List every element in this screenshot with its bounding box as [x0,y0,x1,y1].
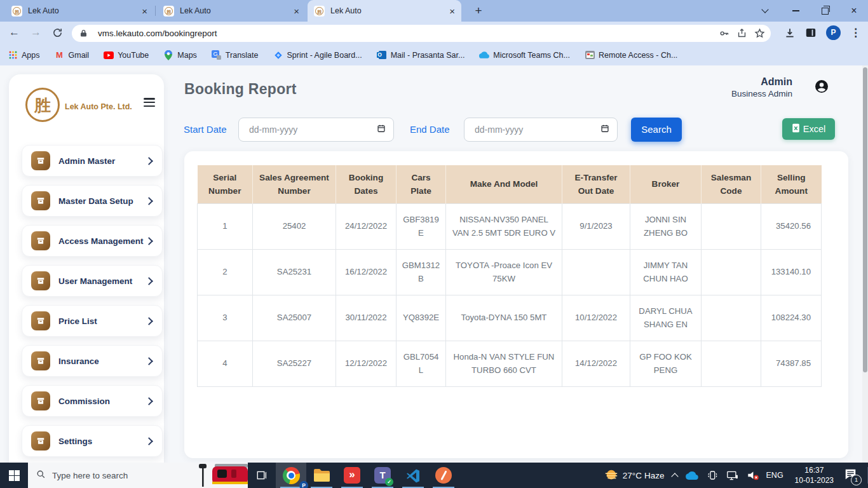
hamburger-menu-icon[interactable] [144,96,155,109]
cloud-icon [479,50,489,60]
sidebar-item-settings[interactable]: Settings [22,425,163,457]
side-panel-icon[interactable] [806,28,816,41]
taskbar-search-box[interactable] [28,463,248,488]
taskbar-teams-icon[interactable]: T✓ [367,463,398,488]
translate-icon: G [212,50,222,60]
excel-export-button[interactable]: Excel [782,118,835,140]
sidebar-item-price-list[interactable]: Price List [22,305,163,337]
search-highlight-train-graphic[interactable] [197,463,248,488]
search-icon [36,470,46,482]
start-button[interactable] [0,463,28,488]
calendar-icon[interactable] [377,124,386,135]
chevron-right-icon [145,317,153,325]
minimize-button[interactable] [782,0,810,22]
user-role: Business Admin [731,89,792,98]
taskbar-search-input[interactable] [51,470,174,481]
table-cell [702,341,761,387]
remote-window-icon [585,50,595,60]
gmail-icon: M [55,50,65,60]
tab-title: Lek Auto [180,6,288,15]
table-cell: GBM1312B [397,250,446,295]
bookmark-star-icon[interactable] [750,28,768,39]
page-scrollbar-thumb[interactable] [863,67,867,372]
address-bar[interactable]: vms.lekauto.com/bookingreport [72,25,771,42]
svg-text:O: O [377,51,382,58]
tray-chevron-up-icon[interactable] [672,472,677,479]
lekauto-logo: 胜 [25,88,60,122]
sidebar-item-master-data-setup[interactable]: Master Data Setup [22,185,163,217]
table-cell: 108224.30 [761,295,822,341]
share-icon[interactable] [733,28,750,39]
bookmark-youtube[interactable]: YouTube [104,50,149,60]
bookmark-maps[interactable]: Maps [163,50,197,60]
bookmark-sprint[interactable]: Sprint - Agile Board... [273,50,362,60]
bookmark-apps[interactable]: Apps [8,50,40,60]
tab-title: Lek Auto [330,6,444,15]
taskbar-vscode-icon[interactable] [398,463,428,488]
sidebar-item-insurance[interactable]: Insurance [22,345,163,377]
bookmark-remote-access[interactable]: Remote Access - Ch... [585,50,677,60]
start-date-input[interactable] [248,124,377,135]
browser-profile-avatar[interactable]: P [826,25,841,40]
key-icon[interactable] [715,28,733,39]
browser-tab-2[interactable]: 胜 Lek Auto × [157,0,306,22]
browser-menu-icon[interactable]: ⋮ [850,26,861,39]
network-icon[interactable] [726,470,738,481]
browser-tab-1[interactable]: 胜 Lek Auto × [5,0,154,22]
table-cell: 35420.56 [761,204,822,250]
sidebar-item-admin-master[interactable]: Admin Master [22,145,163,177]
taskbar-remote-app-icon[interactable]: » [337,463,367,488]
taskbar-orange-pen-app-icon[interactable] [428,463,459,488]
tab-close-icon[interactable]: × [294,6,299,16]
back-icon[interactable]: ← [9,26,20,39]
tab-close-icon[interactable]: × [142,6,147,16]
bookmark-teams[interactable]: Microsoft Teams Ch... [479,50,570,60]
weather-haze-icon[interactable] [604,468,618,482]
tray-date: 10-01-2023 [795,476,834,485]
table-cell: 74387.85 [761,341,822,387]
chevron-right-icon [145,277,153,285]
volume-muted-icon[interactable] [747,470,759,481]
table-cell: GP FOO KOK PENG [630,341,702,387]
page-scrollbar-track[interactable] [862,65,868,463]
download-icon[interactable] [784,27,796,42]
end-date-input[interactable] [473,124,600,135]
search-button[interactable]: Search [631,118,682,142]
tab-separator [155,6,156,16]
bookmark-translate[interactable]: G Translate [212,50,259,60]
restore-button[interactable] [811,0,839,22]
reload-icon[interactable] [52,27,63,41]
browser-tab-3-active[interactable]: 胜 Lek Auto × [308,0,461,22]
calendar-icon[interactable] [600,124,609,135]
tray-condition[interactable]: Haze [644,471,665,480]
table-cell: 2 [198,250,253,295]
lekauto-favicon: 胜 [163,6,174,17]
user-avatar-icon[interactable] [814,79,829,97]
onedrive-icon[interactable] [686,471,698,480]
phone-link-icon[interactable] [707,470,718,481]
action-center-icon[interactable]: 1 [844,468,857,483]
bookmark-outlook-mail[interactable]: O Mail - Prasanta Sar... [377,50,465,60]
task-view-icon[interactable] [248,463,276,488]
taskbar-chrome-icon[interactable]: P [276,463,306,488]
bookmark-gmail[interactable]: M Gmail [55,50,90,60]
tray-language[interactable]: ENG [766,471,783,480]
tray-temperature[interactable]: 27°C [623,471,642,480]
sidebar-item-access-management[interactable]: Access Management [22,225,163,257]
archive-icon [31,191,50,210]
new-tab-button[interactable]: + [470,3,487,19]
table-cell: 24/12/2022 [336,204,397,250]
taskbar-file-explorer-icon[interactable] [306,463,337,488]
table-cell: Toyota-DYNA 150 5MT [446,295,562,341]
sidebar-item-user-management[interactable]: User Management [22,265,163,297]
tray-clock[interactable]: 16:37 10-01-2023 [795,465,834,485]
orange-pen-icon [435,467,452,484]
user-name: Admin [761,76,792,88]
tab-close-icon[interactable]: × [449,6,455,16]
forward-icon[interactable]: → [31,26,41,39]
close-button[interactable]: × [840,0,868,22]
table-cell: 3 [198,295,253,341]
sidebar-item-commission[interactable]: Commission [22,385,163,417]
tab-search-button[interactable] [751,0,779,22]
table-cell: GBL7054L [397,341,446,387]
